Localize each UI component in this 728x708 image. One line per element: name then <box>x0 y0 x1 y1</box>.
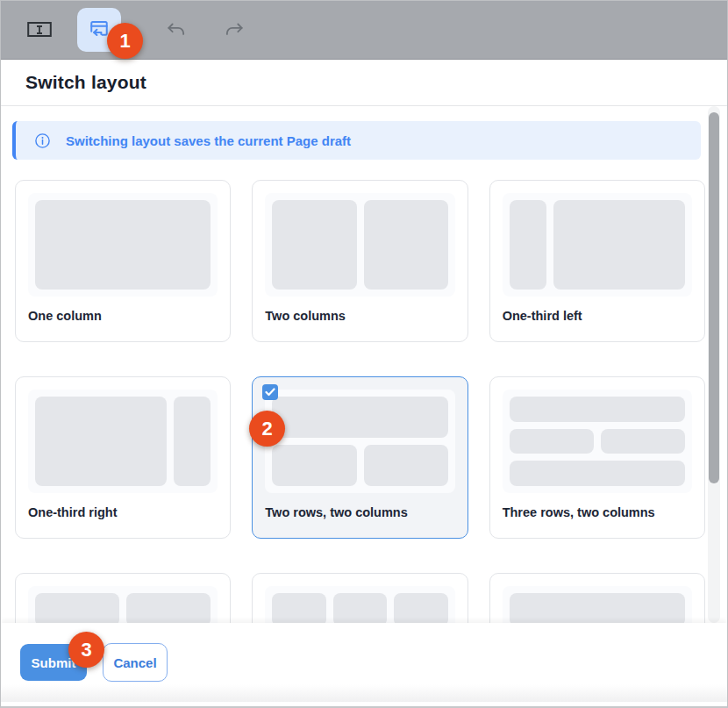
layout-preview <box>265 586 454 623</box>
preview-block <box>364 445 448 486</box>
annotation-badge-1: 1 <box>107 23 143 59</box>
layout-preview <box>28 586 218 623</box>
dialog-header: Switch layout <box>1 60 727 106</box>
layout-card-three-rows-two-columns[interactable]: Three rows, two columns <box>489 376 705 539</box>
preview-block <box>394 593 447 623</box>
preview-block <box>333 593 387 623</box>
preview-block <box>510 461 685 486</box>
preview-block <box>272 445 356 486</box>
selected-checkbox[interactable] <box>262 384 278 400</box>
layout-card-partial-3[interactable] <box>489 573 705 623</box>
layout-grid: One column Two columns One-third left On… <box>15 180 705 623</box>
dialog-body: Switching layout saves the current Page … <box>1 106 727 623</box>
layout-label: Two rows, two columns <box>265 505 454 519</box>
preview-block <box>510 429 594 454</box>
layout-preview <box>503 390 692 493</box>
layout-label: One-third right <box>28 505 218 519</box>
layout-preview <box>265 390 454 493</box>
info-banner-text: Switching layout saves the current Page … <box>66 133 351 148</box>
preview-block <box>126 593 211 623</box>
text-field-tool-button[interactable] <box>27 21 52 39</box>
preview-block <box>601 429 685 454</box>
layout-label: Two columns <box>265 309 454 323</box>
layout-card-partial-1[interactable] <box>15 573 231 623</box>
layout-card-one-third-right[interactable]: One-third right <box>15 376 231 539</box>
layout-label: One-third left <box>503 309 692 323</box>
preview-block <box>553 200 685 290</box>
preview-block <box>35 397 167 486</box>
scrollbar-thumb[interactable] <box>709 112 719 483</box>
layout-card-partial-2[interactable] <box>252 573 467 623</box>
redo-icon <box>223 21 246 39</box>
preview-block <box>272 397 447 438</box>
layout-card-one-column[interactable]: One column <box>15 180 231 342</box>
redo-button[interactable] <box>221 19 247 40</box>
annotation-badge-3: 3 <box>68 632 104 668</box>
text-field-icon <box>27 21 52 39</box>
preview-block <box>35 200 211 290</box>
layout-preview <box>265 193 454 297</box>
layout-preview <box>503 193 692 297</box>
editor-window: Switch layout Switching layout saves the… <box>0 0 728 708</box>
scrollbar-track[interactable] <box>708 106 720 623</box>
dialog-title: Switch layout <box>25 72 146 93</box>
preview-block <box>510 593 685 623</box>
layout-card-two-columns[interactable]: Two columns <box>252 180 467 342</box>
layout-preview <box>28 390 218 493</box>
annotation-badge-2: 2 <box>249 411 285 447</box>
preview-block <box>510 200 546 290</box>
preview-block <box>510 397 685 422</box>
preview-block <box>174 397 211 486</box>
dialog-footer: Submit Cancel <box>1 623 727 702</box>
layout-preview <box>28 193 218 297</box>
layout-label: Three rows, two columns <box>503 505 692 519</box>
undo-button[interactable] <box>163 19 189 40</box>
layout-preview <box>503 586 692 623</box>
preview-block <box>272 200 356 290</box>
info-icon <box>34 132 51 149</box>
undo-icon <box>165 21 188 39</box>
preview-block <box>272 593 325 623</box>
layout-card-two-rows-two-columns[interactable]: Two rows, two columns <box>252 376 467 539</box>
layout-label: One column <box>28 309 218 323</box>
layout-card-one-third-left[interactable]: One-third left <box>489 180 705 342</box>
cancel-button[interactable]: Cancel <box>103 643 168 682</box>
info-banner: Switching layout saves the current Page … <box>12 121 701 160</box>
preview-block <box>35 593 119 623</box>
preview-block <box>364 200 448 290</box>
